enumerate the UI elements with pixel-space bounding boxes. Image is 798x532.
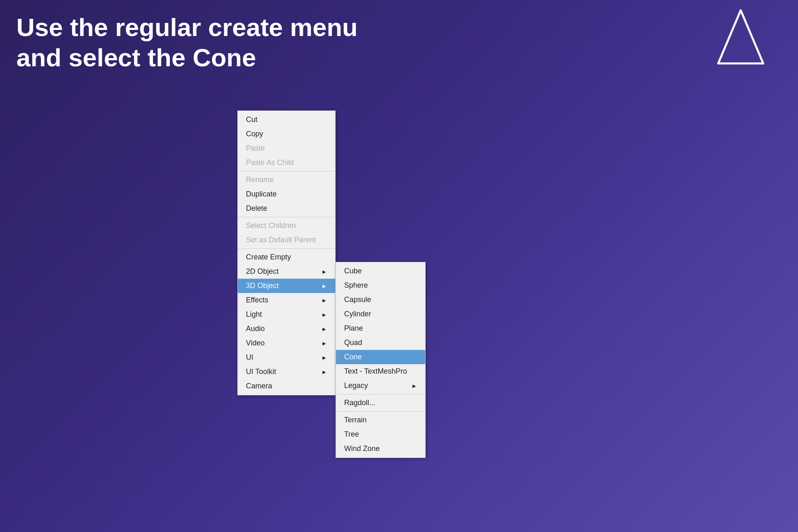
menu-item-delete[interactable]: Delete [238, 201, 335, 216]
cone-icon [716, 8, 765, 65]
menu-item-create-empty[interactable]: Create Empty [238, 250, 335, 264]
separator-2 [238, 217, 335, 217]
submenu-item-terrain[interactable]: Terrain [336, 413, 425, 427]
submenu-item-plane[interactable]: Plane [336, 321, 425, 336]
menu-item-copy[interactable]: Copy [238, 127, 335, 141]
submenu-item-cone[interactable]: Cone [336, 350, 425, 364]
menu-item-camera[interactable]: Camera [238, 379, 335, 393]
submenu-item-capsule[interactable]: Capsule [336, 293, 425, 307]
submenu-3d-object: Cube Sphere Capsule Cylinder Plane [336, 262, 426, 458]
submenu-separator-2 [336, 411, 425, 412]
arrow-icon-2d: ► [321, 268, 327, 275]
arrow-icon-ui: ► [321, 354, 327, 361]
menu-item-light[interactable]: Light ► [238, 307, 335, 322]
menu-item-rename: Rename [238, 173, 335, 187]
arrow-icon-legacy: ► [411, 383, 417, 389]
menu-item-select-children: Select Children [238, 219, 335, 233]
submenu-item-quad[interactable]: Quad [336, 336, 425, 350]
context-menu-area: Cut Copy Paste Paste As Child Rename Dup… [237, 110, 336, 395]
arrow-icon-effects: ► [321, 297, 327, 304]
submenu-separator-1 [336, 394, 425, 394]
submenu-item-text-textmeshpro[interactable]: Text - TextMeshPro [336, 364, 425, 379]
svg-marker-0 [718, 10, 763, 63]
menu-item-video[interactable]: Video ► [238, 336, 335, 350]
arrow-icon-3d: ► [321, 283, 327, 289]
menu-item-cut[interactable]: Cut [238, 113, 335, 127]
menu-item-ui[interactable]: UI ► [238, 350, 335, 365]
arrow-icon-audio: ► [321, 326, 327, 332]
submenu-item-cylinder[interactable]: Cylinder [336, 307, 425, 321]
separator-1 [238, 171, 335, 171]
submenu-item-legacy[interactable]: Legacy ► [336, 379, 425, 393]
menu-item-ui-toolkit[interactable]: UI Toolkit ► [238, 365, 335, 379]
menu-item-3d-object[interactable]: 3D Object ► [238, 279, 335, 293]
heading: Use the regular create menu and select t… [16, 12, 358, 73]
menu-item-audio[interactable]: Audio ► [238, 322, 335, 336]
heading-line2: and select the Cone [16, 43, 358, 73]
submenu-item-tree[interactable]: Tree [336, 427, 425, 442]
menu-item-2d-object[interactable]: 2D Object ► [238, 264, 335, 279]
arrow-icon-ui-toolkit: ► [321, 369, 327, 375]
menu-item-effects[interactable]: Effects ► [238, 293, 335, 307]
submenu-item-ragdoll[interactable]: Ragdoll... [336, 396, 425, 410]
menu-item-duplicate[interactable]: Duplicate [238, 187, 335, 201]
menu-item-paste-as-child: Paste As Child [238, 156, 335, 170]
menu-item-paste: Paste [238, 141, 335, 156]
submenu-item-wind-zone[interactable]: Wind Zone [336, 442, 425, 456]
arrow-icon-light: ► [321, 311, 327, 318]
submenu-item-sphere[interactable]: Sphere [336, 278, 425, 293]
arrow-icon-video: ► [321, 340, 327, 347]
submenu-item-cube[interactable]: Cube [336, 264, 425, 278]
main-context-menu: Cut Copy Paste Paste As Child Rename Dup… [237, 110, 336, 395]
context-menu-panel: Cut Copy Paste Paste As Child Rename Dup… [237, 110, 336, 395]
submenu-3d-panel: Cube Sphere Capsule Cylinder Plane [336, 262, 426, 458]
menu-item-set-default-parent: Set as Default Parent [238, 233, 335, 247]
heading-line1: Use the regular create menu [16, 12, 358, 43]
separator-3 [238, 248, 335, 249]
